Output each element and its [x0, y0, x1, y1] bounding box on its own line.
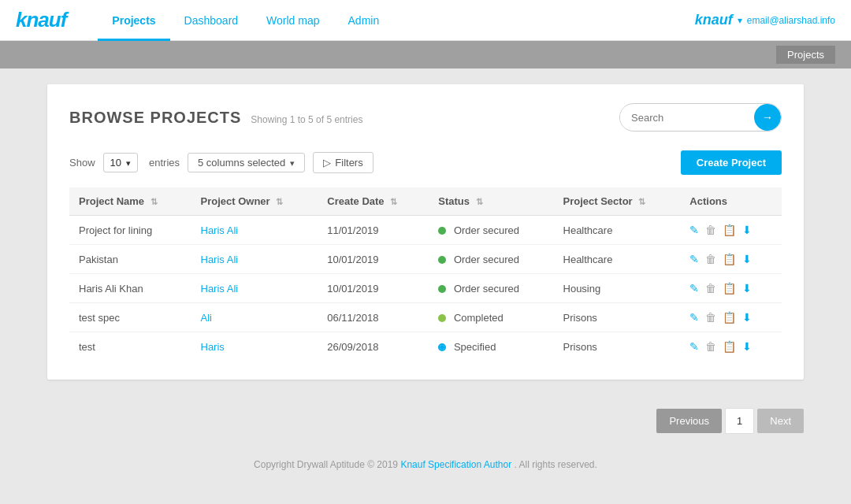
nav-link-dashboard[interactable]: Dashboard	[170, 0, 253, 41]
copy-icon[interactable]: 📋	[723, 253, 736, 265]
pagination-bar: Previous 1 Next	[0, 395, 851, 447]
breadcrumb-bar: Projects	[0, 41, 851, 69]
cell-actions: ✎ 🗑 📋 ⬇	[680, 303, 782, 332]
entries-label: entries	[149, 157, 180, 169]
download-icon[interactable]: ⬇	[742, 311, 752, 324]
cell-owner: Haris Ali	[191, 245, 318, 274]
prev-button[interactable]: Previous	[656, 409, 722, 433]
breadcrumb-badge: Projects	[776, 46, 835, 64]
search-button[interactable]: →	[754, 104, 781, 131]
content-card: BROWSE PROJECTS Showing 1 to 5 of 5 entr…	[47, 84, 804, 380]
entries-select[interactable]: 10	[103, 153, 138, 172]
cell-actions: ✎ 🗑 📋 ⬇	[680, 332, 782, 361]
copy-icon[interactable]: 📋	[723, 224, 736, 236]
cell-actions: ✎ 🗑 📋 ⬇	[680, 216, 782, 245]
delete-icon[interactable]: 🗑	[705, 311, 716, 324]
cell-status: Order secured	[429, 216, 553, 245]
search-input[interactable]	[620, 107, 754, 128]
footer-rights: . All rights reserved.	[515, 459, 597, 470]
table-header: Project Name ⇅ Project Owner ⇅ Create Da…	[69, 187, 782, 216]
footer-copyright: Copyright Drywall Aptitude © 2019	[254, 459, 398, 470]
action-icons: ✎ 🗑 📋 ⬇	[689, 340, 772, 353]
status-label: Specified	[454, 341, 496, 353]
filter-label: Filters	[335, 157, 362, 169]
cell-status: Specified	[429, 332, 553, 361]
cell-date: 26/09/2018	[318, 332, 429, 361]
filter-button[interactable]: ▷ Filters	[313, 152, 373, 173]
cell-sector: Healthcare	[554, 245, 681, 274]
edit-icon[interactable]: ✎	[689, 253, 699, 265]
download-icon[interactable]: ⬇	[742, 224, 752, 236]
delete-icon[interactable]: 🗑	[705, 253, 716, 265]
cell-date: 06/11/2018	[318, 303, 429, 332]
cell-status: Order secured	[429, 245, 553, 274]
sort-icon-name[interactable]: ⇅	[151, 197, 158, 207]
columns-label: 5 columns selected	[198, 157, 285, 169]
cell-name: Haris Ali Khan	[69, 274, 191, 303]
sort-icon-sector[interactable]: ⇅	[638, 197, 645, 207]
status-dot	[438, 285, 446, 293]
cell-name: Pakistan	[69, 245, 191, 274]
sort-icon-status[interactable]: ⇅	[476, 197, 483, 207]
copy-icon[interactable]: 📋	[723, 340, 736, 353]
columns-select[interactable]: 5 columns selected	[188, 153, 305, 172]
edit-icon[interactable]: ✎	[689, 311, 699, 324]
download-icon[interactable]: ⬇	[742, 253, 752, 265]
create-project-button[interactable]: Create Project	[681, 150, 782, 175]
status-dot	[438, 227, 446, 235]
col-sector: Project Sector ⇅	[554, 187, 681, 216]
entries-chevron	[126, 157, 131, 169]
edit-icon[interactable]: ✎	[689, 340, 699, 353]
status-label: Order secured	[454, 283, 519, 295]
action-icons: ✎ 🗑 📋 ⬇	[689, 253, 772, 265]
delete-icon[interactable]: 🗑	[705, 224, 716, 236]
nav-user[interactable]: knauf ▾ email@aliarshad.info	[695, 12, 835, 28]
edit-icon[interactable]: ✎	[689, 224, 699, 236]
copy-icon[interactable]: 📋	[723, 311, 736, 324]
columns-chevron	[290, 157, 295, 169]
breadcrumb-label: Projects	[787, 49, 824, 61]
download-icon[interactable]: ⬇	[742, 340, 752, 353]
delete-icon[interactable]: 🗑	[705, 282, 716, 295]
cell-date: 10/01/2019	[318, 274, 429, 303]
filter-icon: ▷	[323, 157, 331, 169]
cell-date: 10/01/2019	[318, 245, 429, 274]
nav-link-admin[interactable]: Admin	[334, 0, 394, 41]
cell-status: Order secured	[429, 274, 553, 303]
nav-link-worldmap[interactable]: World map	[252, 0, 333, 41]
cell-name: Project for lining	[69, 216, 191, 245]
status-label: Order secured	[454, 224, 519, 236]
cell-status: Completed	[429, 303, 553, 332]
nav-knauf-icon: knauf	[695, 12, 733, 28]
cell-date: 11/01/2019	[318, 216, 429, 245]
next-button[interactable]: Next	[757, 409, 804, 433]
col-status: Status ⇅	[429, 187, 553, 216]
nav-user-arrow: ▾	[738, 15, 742, 26]
navbar: knauf Projects Dashboard World map Admin…	[0, 0, 851, 41]
table-row: test Haris 26/09/2018 Specified Prisons …	[69, 332, 782, 361]
page-number[interactable]: 1	[725, 408, 754, 434]
cell-owner: Haris Ali	[191, 216, 318, 245]
copy-icon[interactable]: 📋	[723, 282, 736, 295]
nav-link-projects[interactable]: Projects	[98, 0, 169, 41]
delete-icon[interactable]: 🗑	[705, 340, 716, 353]
edit-icon[interactable]: ✎	[689, 282, 699, 295]
status-label: Order secured	[454, 254, 519, 265]
projects-table: Project Name ⇅ Project Owner ⇅ Create Da…	[69, 187, 782, 361]
table-row: test spec Ali 06/11/2018 Completed Priso…	[69, 303, 782, 332]
footer: Copyright Drywall Aptitude © 2019 Knauf …	[0, 447, 851, 483]
download-icon[interactable]: ⬇	[742, 282, 752, 295]
nav-links: Projects Dashboard World map Admin	[98, 0, 694, 41]
main-container: BROWSE PROJECTS Showing 1 to 5 of 5 entr…	[0, 69, 851, 395]
table-row: Pakistan Haris Ali 10/01/2019 Order secu…	[69, 245, 782, 274]
action-icons: ✎ 🗑 📋 ⬇	[689, 311, 772, 324]
sort-icon-owner[interactable]: ⇅	[276, 197, 283, 207]
cell-sector: Housing	[554, 274, 681, 303]
status-dot	[438, 314, 446, 322]
sort-icon-date[interactable]: ⇅	[390, 197, 397, 207]
footer-link[interactable]: Knauf Specification Author	[400, 459, 511, 470]
show-label: Show	[69, 157, 95, 169]
cell-sector: Prisons	[554, 332, 681, 361]
cell-owner: Haris Ali	[191, 274, 318, 303]
table-row: Haris Ali Khan Haris Ali 10/01/2019 Orde…	[69, 274, 782, 303]
